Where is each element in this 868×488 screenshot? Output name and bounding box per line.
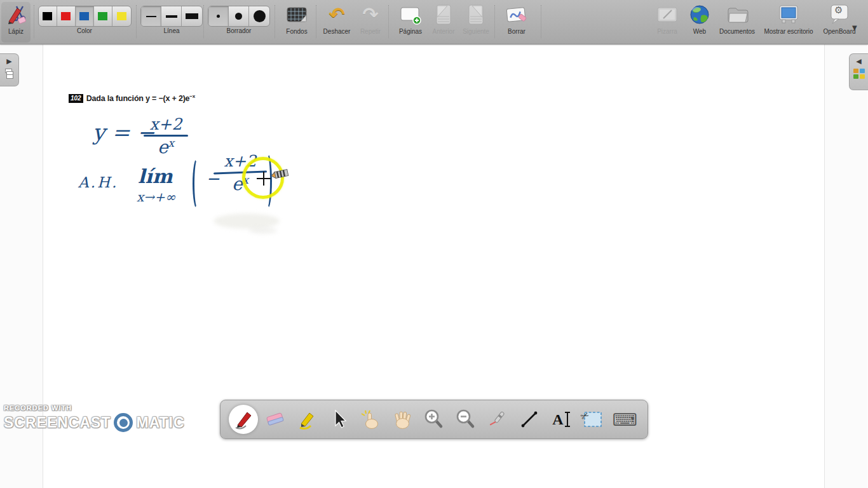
previous-page-label: Anterior <box>432 28 454 35</box>
menu-dropdown-arrow-icon[interactable]: ▼ <box>852 24 857 31</box>
screen-recorder-watermark: RECORDED WITH SCREENCAST MATIC <box>4 404 185 432</box>
previous-page-icon <box>432 2 455 27</box>
zoom-out-tool-button[interactable] <box>451 405 480 434</box>
color-swatch-green[interactable] <box>94 6 112 26</box>
magnifier-minus-icon <box>455 409 477 430</box>
virtual-keyboard-tool-button[interactable]: ⌨ <box>610 405 639 434</box>
logo-dot <box>119 419 128 427</box>
next-page-button[interactable]: Siguiente <box>455 2 497 35</box>
line-width-medium[interactable] <box>161 6 182 26</box>
text-tool-button[interactable]: A <box>546 405 576 434</box>
top-toolbar: Lápiz Color Línea <box>0 0 868 44</box>
red-pen-icon <box>233 409 254 430</box>
laser-pointer-tool-button[interactable] <box>483 405 512 434</box>
color-group: Color <box>37 2 132 34</box>
eraser-size-medium[interactable] <box>229 6 249 26</box>
color-swatch-red[interactable] <box>57 6 76 26</box>
zoom-in-tool-button[interactable] <box>419 405 449 434</box>
folder-icon <box>725 2 749 27</box>
backgrounds-icon <box>285 2 308 27</box>
board-mode-icon <box>656 2 679 27</box>
text-tool-A-glyph: A <box>552 411 563 428</box>
pen-stylus-label: Lápiz <box>8 28 24 35</box>
web-browser-button[interactable]: Web <box>684 2 715 35</box>
backgrounds-button[interactable]: Fondos <box>278 2 316 35</box>
undo-button[interactable]: ↶ Deshacer <box>318 2 356 35</box>
redo-button[interactable]: ↷ Repetir <box>351 2 390 35</box>
black-swatch <box>43 12 52 20</box>
screencast-o-matic-logo <box>114 413 133 432</box>
color-swatch-yellow[interactable] <box>112 6 131 26</box>
line-tool-button[interactable] <box>515 405 544 434</box>
gear-icon: ⚙ <box>834 6 843 15</box>
eraser-size-small[interactable] <box>208 6 229 26</box>
color-swatch-group <box>38 6 132 27</box>
eraser-icon <box>264 409 286 430</box>
pan-hand-tool-button[interactable] <box>388 405 417 434</box>
green-swatch <box>98 12 107 20</box>
blue-swatch <box>79 12 89 20</box>
faded-stroke-smudge <box>249 227 277 234</box>
highlighter-tool-button[interactable] <box>292 405 322 434</box>
limit-approach: x→+∞ <box>137 189 175 205</box>
expand-left-icon: ◀ <box>856 58 861 65</box>
pen-tool-button[interactable] <box>229 405 258 434</box>
highlighter-icon <box>296 409 318 430</box>
line-width-label: Línea <box>163 27 179 34</box>
line-width-group: Línea <box>140 2 203 34</box>
floating-tool-palette: A ✂ ⌨ <box>220 400 648 439</box>
erase-page-icon <box>505 2 529 27</box>
erase-page-button[interactable]: Borrar <box>498 2 536 35</box>
pointing-finger-icon <box>360 409 381 430</box>
red-swatch <box>61 12 71 20</box>
line-width-thick[interactable] <box>182 6 202 26</box>
capture-tool-button[interactable]: ✂ <box>578 405 607 434</box>
show-desktop-button[interactable]: Mostrar escritorio <box>754 2 824 35</box>
new-page-label: Páginas <box>399 28 422 35</box>
interact-tool-button[interactable] <box>356 405 385 434</box>
eraser-size-large[interactable] <box>249 6 269 26</box>
monitor-icon <box>776 2 801 27</box>
page-thumbnails-icon <box>5 69 14 79</box>
selector-tool-button[interactable] <box>324 405 353 434</box>
openboard-menu-label: OpenBoard <box>823 28 855 35</box>
undo-label: Deshacer <box>323 28 351 35</box>
limit-operator: lím <box>138 165 173 187</box>
arrow-cursor-icon <box>328 409 349 430</box>
thin-line-icon <box>146 16 156 17</box>
pages-panel-tab[interactable]: ▶ <box>0 53 19 86</box>
medium-dot-icon <box>235 13 242 20</box>
eraser-size-options <box>208 6 270 27</box>
text-cursor-icon <box>565 412 570 427</box>
pencil-cursor-icon <box>269 165 292 183</box>
toolbar-separator <box>541 5 541 38</box>
color-swatch-black[interactable] <box>39 6 57 26</box>
openboard-window: Lápiz Color Línea <box>0 0 868 488</box>
library-panel-tab[interactable]: ◀ <box>849 53 868 90</box>
laser-pointer-icon <box>487 409 508 430</box>
toolbar-separator <box>203 5 204 38</box>
fraction: x+2 ex <box>144 116 188 158</box>
new-page-button[interactable]: Páginas <box>391 2 430 35</box>
large-dot-icon <box>254 10 266 22</box>
watermark-brand-right: MATIC <box>136 414 184 431</box>
redo-icon: ↷ <box>362 2 378 27</box>
pen-stylus-button[interactable]: Lápiz <box>1 2 31 43</box>
faded-stroke-smudge <box>214 214 280 229</box>
open-paren <box>193 158 202 210</box>
next-page-icon <box>465 2 487 27</box>
eraser-tool-button[interactable] <box>261 405 290 434</box>
eraser-size-label: Borrador <box>227 27 252 34</box>
straight-line-icon <box>519 409 540 430</box>
open-hand-icon <box>391 409 413 430</box>
color-swatch-blue[interactable] <box>76 6 94 26</box>
line-width-thin[interactable] <box>141 6 161 26</box>
board-mode-label: Pizarra <box>657 28 677 35</box>
board-mode-button[interactable]: Pizarra <box>648 2 686 35</box>
watermark-recorded-with: RECORDED WITH <box>4 404 185 412</box>
web-browser-label: Web <box>693 28 706 35</box>
color-label: Color <box>77 27 92 34</box>
crosshair-cursor <box>263 172 264 186</box>
documents-label: Documentos <box>719 28 755 35</box>
backgrounds-label: Fondos <box>286 28 307 35</box>
